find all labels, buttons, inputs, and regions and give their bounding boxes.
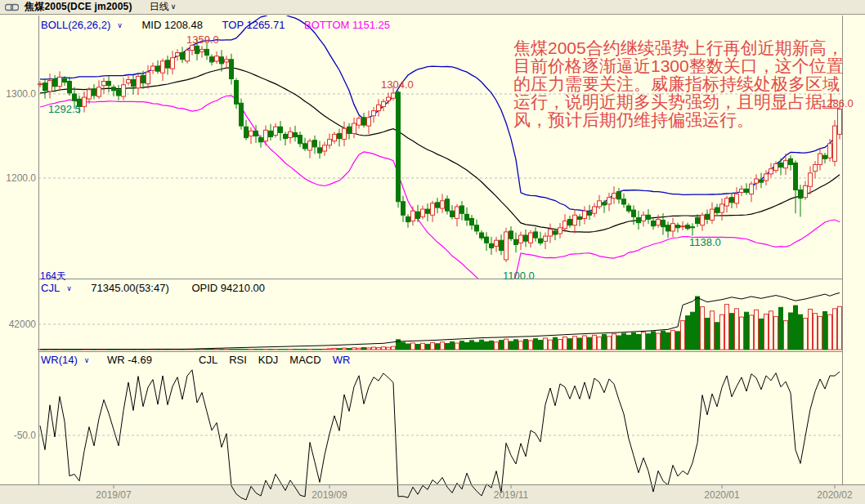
panel-divider-2	[38, 351, 842, 352]
left-axis-line	[38, 16, 39, 484]
indicator-tabs: CJLRSIKDJMACDWR	[199, 354, 350, 366]
chevron-down-icon: ∨	[117, 21, 123, 29]
wr-chart-svg	[0, 352, 865, 504]
chevron-down-icon: ∨	[171, 2, 177, 11]
y-axis-tick-1300: 1300.0	[0, 88, 36, 100]
tab-macd[interactable]: MACD	[289, 354, 320, 366]
futures-chart-window: 焦煤2005(DCE jm2005) 日线∨ BOLL(26,26,2)∨ MI…	[0, 0, 865, 504]
chevron-down-icon: ∨	[84, 356, 90, 364]
wr-header: WR(14)∨ WR -4.69	[41, 354, 157, 366]
cjl-indicator-selector[interactable]: CJL∨	[41, 282, 77, 294]
boll-top-value: TOP 1265.71	[222, 19, 285, 31]
x-axis-label: 2020/02	[806, 489, 863, 501]
contract-title: 焦煤2005(DCE jm2005)	[25, 0, 132, 14]
opid-value: OPID 94210.00	[191, 282, 265, 294]
cjl-value: 71345.00(53:47)	[91, 282, 168, 294]
x-axis-label: 2019/09	[301, 489, 358, 501]
x-axis-label: 2020/01	[693, 489, 751, 501]
period-label: 日线	[150, 1, 169, 12]
days-count-label: 164天	[40, 270, 66, 283]
panel-divider-1	[38, 279, 842, 279]
boll-mid-value: MID 1208.48	[142, 19, 203, 31]
y-axis-tick-1200: 1200.0	[0, 172, 36, 184]
tab-kdj[interactable]: KDJ	[258, 354, 279, 366]
boll-bottom-value: BOTTOM 1151.25	[304, 19, 390, 31]
link-icon[interactable]	[5, 3, 19, 11]
x-axis-label: 2019/11	[482, 489, 540, 501]
tab-cjl[interactable]: CJL	[199, 354, 217, 366]
period-selector[interactable]: 日线∨	[150, 0, 177, 14]
x-axis-label: 2019/07	[85, 489, 142, 501]
cjl-header: CJL∨ 71345.00(53:47) OPID 94210.00	[41, 282, 270, 294]
wr-chart[interactable]	[0, 352, 865, 504]
bottom-axis-line	[0, 484, 865, 485]
analysis-annotation: 焦煤2005合约继续强势上行再创近期新高，目前价格逐渐逼近1300整数关口，这个…	[513, 39, 854, 129]
boll-header: BOLL(26,26,2)∨ MID 1208.48 TOP 1265.71 B…	[41, 19, 395, 31]
tab-rsi[interactable]: RSI	[229, 354, 247, 366]
chevron-down-icon: ∨	[66, 284, 72, 292]
volume-axis-tick: 42000	[0, 319, 36, 330]
tab-wr[interactable]: WR	[333, 354, 351, 366]
boll-indicator-selector[interactable]: BOLL(26,26,2)∨	[41, 19, 128, 31]
wr-axis-tick: -50.0	[0, 430, 36, 441]
wr-value: WR -4.69	[107, 354, 152, 366]
wr-indicator-selector[interactable]: WR(14)∨	[41, 354, 94, 366]
title-bar: 焦煤2005(DCE jm2005) 日线∨	[0, 0, 865, 15]
